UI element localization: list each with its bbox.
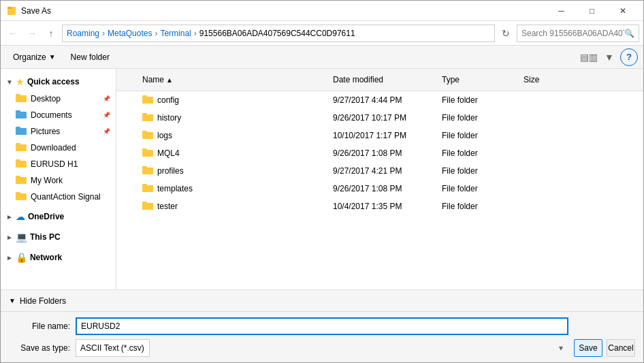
folder-icon — [16, 110, 27, 121]
chevron-right-icon: ► — [6, 213, 13, 221]
hide-folders-button[interactable]: Hide Folders — [20, 296, 66, 306]
folder-icon — [16, 175, 27, 186]
filetype-select-wrapper: ASCII Text (*.csv) — [76, 339, 568, 357]
svg-rect-7 — [16, 127, 20, 129]
folder-icon — [142, 201, 153, 212]
folder-icon — [16, 191, 27, 202]
maximize-button[interactable]: □ — [577, 1, 607, 21]
table-row[interactable]: history 9/26/2017 10:17 PM File folder — [116, 109, 643, 127]
breadcrumb-metaquotes[interactable]: MetaQuotes — [108, 29, 152, 38]
file-list: config 9/27/2017 4:44 PM File folder his… — [116, 91, 643, 289]
table-row[interactable]: tester 10/4/2017 1:35 PM File folder — [116, 198, 643, 215]
file-name-cell: logs — [137, 130, 327, 141]
sidebar-item-mywork[interactable]: My Work — [1, 172, 116, 189]
sidebar-item-label: Documents — [31, 110, 72, 120]
toolbar: Organize ▼ New folder ▤▥ ▼ ? — [1, 46, 643, 69]
cancel-button[interactable]: Cancel — [607, 339, 635, 357]
table-row[interactable]: profiles 9/27/2017 4:21 PM File folder — [116, 162, 643, 180]
folder-icon — [142, 183, 153, 194]
filename-input[interactable] — [76, 317, 568, 335]
sort-arrow-icon: ▲ — [166, 76, 173, 84]
sidebar-item-quantaction[interactable]: QuantAction Signal — [1, 189, 116, 205]
up-button[interactable]: ↑ — [43, 25, 59, 42]
table-row[interactable]: templates 9/26/2017 1:08 PM File folder — [116, 180, 643, 198]
network-icon: 🔒 — [16, 252, 27, 263]
chevron-down-icon: ▼ — [6, 78, 13, 86]
col-header-type[interactable]: Type — [436, 72, 518, 88]
sidebar-item-pictures[interactable]: Pictures 📌 — [1, 123, 116, 140]
folder-icon — [16, 93, 27, 104]
sidebar-header-quick-access[interactable]: ▼ ★ Quick access — [1, 73, 116, 91]
sidebar-item-eurusd[interactable]: EURUSD H1 — [1, 156, 116, 172]
search-icon: 🔍 — [624, 29, 634, 38]
file-list-header: Name ▲ Date modified Type Size — [116, 69, 643, 91]
window-controls: ─ □ ✕ — [546, 1, 638, 21]
file-name-cell: config — [137, 95, 327, 106]
filename-row: File name: — [9, 317, 635, 335]
new-folder-button[interactable]: New folder — [64, 48, 116, 66]
filetype-label: Save as type: — [9, 343, 70, 353]
filetype-select[interactable]: ASCII Text (*.csv) — [76, 339, 150, 357]
svg-rect-13 — [16, 176, 20, 178]
svg-rect-5 — [16, 110, 20, 113]
sidebar: ▼ ★ Quick access Desktop 📌 Documents — [1, 69, 116, 289]
back-button[interactable]: ← — [5, 25, 21, 42]
folder-icon — [16, 126, 27, 137]
svg-rect-21 — [142, 131, 147, 133]
thispc-icon: 💻 — [16, 232, 27, 242]
breadcrumb-bar[interactable]: Roaming › MetaQuotes › Terminal › 915566… — [62, 25, 495, 42]
col-header-date[interactable]: Date modified — [327, 72, 436, 88]
bottom-bar: ▼ Hide Folders — [1, 289, 643, 311]
table-row[interactable]: logs 10/10/2017 1:17 PM File folder — [116, 127, 643, 144]
sidebar-header-network[interactable]: ► 🔒 Network — [1, 249, 116, 266]
close-button[interactable]: ✕ — [607, 1, 638, 21]
svg-rect-11 — [16, 159, 20, 162]
svg-rect-1 — [7, 7, 12, 9]
save-button[interactable]: Save — [574, 339, 602, 357]
filename-label: File name: — [9, 321, 70, 331]
svg-rect-25 — [142, 166, 147, 169]
sidebar-header-thispc[interactable]: ► 💻 This PC — [1, 228, 116, 246]
sidebar-item-desktop[interactable]: Desktop 📌 — [1, 91, 116, 107]
col-header-size[interactable]: Size — [518, 72, 586, 88]
chevron-right-icon: ► — [6, 254, 13, 262]
search-input[interactable] — [521, 29, 624, 38]
organize-button[interactable]: Organize ▼ — [6, 48, 63, 66]
title-bar: Save As ─ □ ✕ — [1, 1, 643, 21]
file-name-cell: history — [137, 112, 327, 123]
folder-icon — [142, 130, 153, 141]
svg-rect-15 — [16, 192, 20, 195]
view-toggle-button[interactable]: ▤▥ — [579, 48, 598, 66]
svg-rect-23 — [142, 148, 147, 151]
footer: File name: Save as type: ASCII Text (*.c… — [1, 311, 643, 362]
minimize-button[interactable]: ─ — [546, 1, 577, 21]
folder-icon — [142, 112, 153, 123]
file-name-cell: profiles — [137, 165, 327, 176]
sidebar-header-onedrive[interactable]: ► ☁ OneDrive — [1, 208, 116, 225]
file-name-cell: tester — [137, 201, 327, 212]
breadcrumb-hash[interactable]: 915566BA06ADA407569C544CC0D97611 — [199, 29, 355, 38]
refresh-button[interactable]: ↻ — [498, 25, 514, 42]
sidebar-item-downloaded[interactable]: Downloaded — [1, 140, 116, 156]
search-box: 🔍 — [517, 25, 639, 42]
forward-button[interactable]: → — [24, 25, 40, 42]
pin-icon: 📌 — [103, 95, 110, 102]
breadcrumb-roaming[interactable]: Roaming — [67, 29, 99, 38]
svg-rect-27 — [142, 184, 147, 187]
help-button[interactable]: ? — [620, 48, 638, 66]
filetype-row: Save as type: ASCII Text (*.csv) Save Ca… — [9, 339, 635, 357]
address-bar: ← → ↑ Roaming › MetaQuotes › Terminal › … — [1, 21, 643, 46]
view-chevron-button[interactable]: ▼ — [600, 48, 619, 66]
col-header-name[interactable]: Name ▲ — [137, 72, 327, 88]
file-name-cell: MQL4 — [137, 148, 327, 159]
sidebar-item-label: QuantAction Signal — [31, 192, 101, 202]
breadcrumb-terminal[interactable]: Terminal — [160, 29, 191, 38]
sidebar-section-quick-access: ▼ ★ Quick access Desktop 📌 Documents — [1, 73, 116, 205]
svg-rect-17 — [142, 95, 147, 98]
table-row[interactable]: MQL4 9/26/2017 1:08 PM File folder — [116, 144, 643, 162]
sidebar-item-label: My Work — [31, 176, 63, 185]
sidebar-item-documents[interactable]: Documents 📌 — [1, 107, 116, 123]
table-row[interactable]: config 9/27/2017 4:44 PM File folder — [116, 91, 643, 109]
view-icon: ▤▥ — [580, 52, 598, 63]
folder-icon — [142, 95, 153, 106]
